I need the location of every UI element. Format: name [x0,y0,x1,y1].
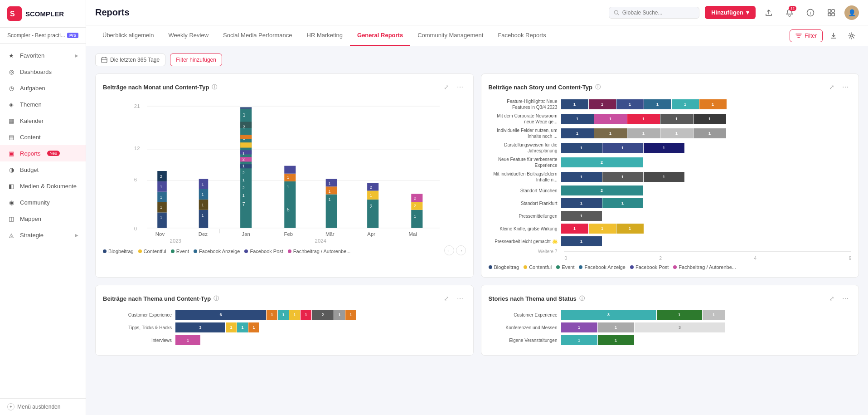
apr-yellow [367,190,378,199]
sidebar-item-mappen[interactable]: ◫ Mappen [0,210,86,227]
legend-fb-post: Facebook Post [244,249,283,254]
story-seg-9-1: 1 [561,211,602,221]
sidebar-item-themen[interactable]: ◈ Themen [0,96,86,112]
chart2-dot-fb-post [630,265,634,269]
theme-label-3: Interviews [103,338,175,343]
story-row-2: Mit dem Corporate Newsroom neue Wege ge.… [489,113,852,125]
tab-weekly[interactable]: Weekly Review [161,25,216,46]
mar-val2: 1 [328,189,330,194]
chart4-expand-button[interactable]: ⤢ [826,293,838,304]
story-seg-1-4: 1 [644,99,671,109]
jan-val-3: 1 [242,164,245,168]
story-seg-2-5: 1 [693,114,726,124]
jan-label: Jan [242,231,250,237]
strategie-icon: ◬ [7,231,15,239]
legend-fb-anzeige: Facebook Anzeige [194,249,240,254]
sidebar-item-kalender[interactable]: ▦ Kalender [0,112,86,129]
sidebar-label-dashboards: Dashboards [20,68,52,75]
chart2-info-icon[interactable]: ⓘ [595,83,601,91]
chart4-area: Customer Experience 3 1 1 Konferenzen un… [489,310,852,345]
story-seg-3-1: 1 [561,128,594,138]
tab-social[interactable]: Social Media Performance [216,25,299,46]
sidebar-item-reports[interactable]: ▣ Reports Neu [0,145,86,161]
chart1-menu-button[interactable]: ⋯ [454,81,466,93]
sidebar-label-reports: Reports [20,150,41,157]
notifications-button[interactable]: 12 [782,5,797,20]
tab-uberblick[interactable]: Überblick allgemein [95,25,161,46]
svg-text:i: i [810,10,811,15]
info-button[interactable]: i [803,5,818,20]
stories-row-3: Eigene Veranstaltungen 1 1 [489,335,852,345]
chart2-area: Feature-Highlights: Neue Features in Q3/… [489,98,852,261]
sidebar-item-dashboards[interactable]: ◎ Dashboards [0,63,86,80]
sidebar-item-budget[interactable]: ◑ Budget [0,161,86,178]
search-input[interactable] [622,10,694,16]
theme-label-2: Tipps, Tricks & Hacks [103,325,175,330]
tab-facebook[interactable]: Facebook Reports [490,25,553,46]
add-button[interactable]: Hinzufügen ▾ [705,6,756,19]
story-bars-7: 2 [561,186,852,195]
sidebar-item-strategie[interactable]: ◬ Strategie ▶ [0,227,86,243]
story-seg-6-2: 1 [602,172,643,182]
legend-dot-contentful [138,249,142,253]
weitere-area: Weitere 7 [489,249,852,254]
sidebar-label-budget: Budget [20,166,39,173]
stories-seg-2-2: 1 [598,322,634,332]
chart1-info-icon[interactable]: ⓘ [212,83,217,91]
theme-seg-1-3: 1 [278,310,289,320]
chart4-info-icon[interactable]: ⓘ [579,295,585,303]
story-seg-3-4: 1 [660,128,693,138]
chart4-menu-button[interactable]: ⋯ [839,293,851,304]
upload-button[interactable] [761,5,776,20]
story-bars-5: 2 [561,157,852,167]
mappen-icon: ◫ [7,215,15,223]
chart3-menu-button[interactable]: ⋯ [454,293,466,304]
notification-count: 12 [789,6,796,11]
export-icon [829,32,838,40]
chart4-header: Stories nach Thema und Status ⓘ ⤢ ⋯ [489,293,852,304]
search-icon [614,10,620,16]
date-filter[interactable]: Die letzten 365 Tage [95,54,165,66]
chart1-scroll-btns: ← → [444,245,466,255]
story-seg-6-1: 1 [561,172,602,182]
chart2-menu-button[interactable]: ⋯ [839,81,851,93]
feb-val3: 5 [287,207,290,212]
tab-community[interactable]: Community Management [410,25,490,46]
chart1-expand-button[interactable]: ⤢ [441,81,452,93]
legend-label-fachbeitrag: Fachbeitrag / Autorenbe... [293,249,351,254]
user-avatar[interactable]: 👤 [844,5,859,20]
hide-menu-button[interactable]: + Menü ausblenden [0,398,86,415]
chart3-area: Customer Experience 6 1 1 1 1 2 1 1 [103,310,466,345]
story-bars-1: 1 1 1 1 1 1 [561,99,852,109]
workspace-area[interactable]: Scompler - Best practi... Pro [0,28,86,44]
legend-dot-fb-post [244,249,248,253]
story-row-9: Pressemitteilungen 1 [489,211,852,221]
legend-contentful: Contentful [138,249,166,254]
sidebar-item-community[interactable]: ◉ Community [0,194,86,210]
sidebar-item-aufgaben[interactable]: ◷ Aufgaben [0,80,86,96]
sidebar-item-favoriten[interactable]: ★ Favoriten ▶ [0,47,86,63]
sidebar-item-content[interactable]: ▤ Content [0,129,86,145]
add-filter-button[interactable]: Filter hinzufügen [170,54,222,66]
logo-area[interactable]: S SCOMPLER [0,0,86,28]
filter-bar: Die letzten 365 Tage Filter hinzufügen [95,54,859,66]
settings-button[interactable] [844,29,859,43]
theme-seg-1-4: 1 [289,310,300,320]
legend-event: Event [171,249,189,254]
feb-purple [284,166,296,174]
tab-general[interactable]: General Reports [350,25,410,46]
chart1-header: Beiträge nach Monat und Content-Typ ⓘ ⤢ … [103,81,466,93]
chart2-legend-event: Event [556,264,574,270]
chart2-expand-button[interactable]: ⤢ [826,81,838,93]
chart3-info-icon[interactable]: ⓘ [213,295,219,303]
sidebar-item-medien[interactable]: ◧ Medien & Dokumente [0,178,86,194]
chart1-scroll-right[interactable]: → [456,245,466,255]
global-search[interactable] [609,7,699,19]
chart3-expand-button[interactable]: ⤢ [441,293,452,304]
chart1-scroll-left[interactable]: ← [444,245,454,255]
apps-button[interactable] [824,5,839,20]
export-button[interactable] [826,29,841,43]
filter-button[interactable]: Filter [790,29,823,42]
chart-month-content: Beiträge nach Monat und Content-Typ ⓘ ⤢ … [95,73,474,278]
tab-hr[interactable]: HR Marketing [300,25,350,46]
